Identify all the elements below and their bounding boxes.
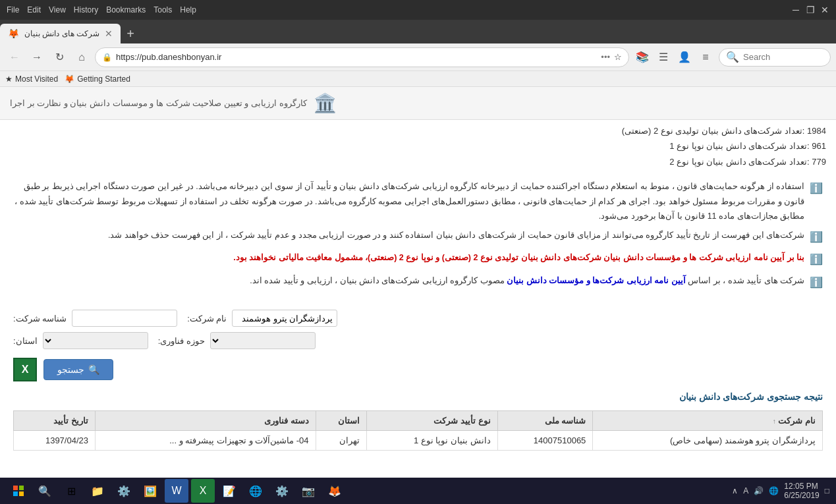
photos-icon[interactable]: 🖼️ — [138, 479, 162, 503]
close-button[interactable]: ✕ — [820, 5, 829, 14]
province-group: استان: — [13, 332, 148, 349]
info-icon-1: ℹ️ — [810, 179, 823, 198]
time: 12:05 PM — [784, 482, 819, 491]
minimize-button[interactable]: ─ — [791, 5, 800, 14]
search-button-icon: 🔍 — [88, 364, 99, 375]
company-name-input[interactable] — [232, 310, 337, 327]
secure-icon: 🔒 — [102, 53, 112, 62]
window-controls: ─ ❐ ✕ — [791, 5, 829, 14]
menu-bookmarks[interactable]: Bookmarks — [106, 5, 146, 14]
firefox-taskbar-icon[interactable]: 🦊 — [323, 479, 347, 503]
browser-toolbar: ← → ↻ ⌂ 🔒 https://pub.daneshbonyan.ir ••… — [0, 43, 836, 71]
search-input[interactable] — [743, 52, 822, 62]
url-text: https://pub.daneshbonyan.ir — [116, 52, 597, 62]
address-bar[interactable]: 🔒 https://pub.daneshbonyan.ir ••• ☆ — [95, 47, 629, 67]
taskbar: 🔍 ⊞ 📁 ⚙️ 🖼️ W X 📝 🌐 ⚙️ 📷 🦊 ∧ A 🔊 🌐 12:05… — [0, 478, 836, 504]
menu-edit[interactable]: Edit — [27, 5, 41, 14]
new-tab-button[interactable]: + — [121, 24, 140, 43]
col-tech-category: دسته فناوری — [96, 411, 316, 431]
home-button[interactable]: ⌂ — [72, 48, 91, 67]
keyboard-indicator: A — [743, 486, 748, 495]
photos-taskbar-icon[interactable]: 📷 — [296, 479, 320, 503]
search-button[interactable]: 🔍 جستجو — [43, 359, 113, 380]
library-icon[interactable]: 📚 — [633, 48, 652, 67]
tech-field-select[interactable] — [210, 332, 316, 349]
info-item-4: ℹ️ شرکت های تأیید شده ، بر اساس آیین نام… — [13, 273, 823, 293]
task-view-icon[interactable]: ⊞ — [59, 479, 83, 503]
stat-3-value: 779 — [812, 157, 826, 167]
sticky-notes-icon[interactable]: 📝 — [217, 479, 241, 503]
info-text-3: بنا بر آیین نامه ارزیابی شرکت ها و مؤسسا… — [13, 250, 804, 266]
sidebar-icon[interactable]: ☰ — [654, 48, 673, 67]
tab-close-button[interactable]: ✕ — [105, 28, 113, 39]
content-area: 🏛️ کارگروه ارزیابی و تعیین صلاحیت شرکت ه… — [0, 87, 836, 478]
stat-1: 1984 :تعداد شرکت‌های دانش بنیان تولیدی ن… — [10, 123, 826, 138]
menu-view[interactable]: View — [49, 5, 66, 14]
col-company-name: نام شرکت ↑ — [593, 411, 823, 431]
reload-button[interactable]: ↻ — [50, 48, 69, 67]
search-form: نام شرکت: شناسه شرکت: حوزه فناوری: — [0, 303, 836, 388]
info-item-1: ℹ️ استفاده از هرگونه حمایت‌های قانون ، م… — [13, 179, 823, 224]
volume-icon[interactable]: 🔊 — [754, 486, 764, 495]
win-logo-tl — [13, 486, 18, 490]
company-id-input[interactable] — [72, 310, 177, 327]
date: 6/25/2019 — [784, 491, 819, 500]
most-visited-bookmark[interactable]: ★ Most Visited — [5, 74, 58, 84]
title-bar: File Edit View History Bookmarks Tools H… — [0, 0, 836, 20]
stat-2: 961 :تعداد شرکت‌های دانش بنیان نوپا نوع … — [10, 138, 826, 154]
settings-icon[interactable]: ⚙️ — [112, 479, 136, 503]
system-tray-arrow[interactable]: ∧ — [732, 486, 738, 495]
bookmark-star-icon[interactable]: ☆ — [614, 52, 622, 62]
stat-1-label: :تعداد شرکت‌های دانش بنیان تولیدی نوع 2 … — [622, 126, 805, 136]
menu-help[interactable]: Help — [180, 5, 196, 14]
search-box[interactable]: 🔍 — [719, 48, 831, 67]
info-icon-4: ℹ️ — [810, 273, 823, 293]
page-actions-icon[interactable]: ••• — [601, 52, 610, 62]
company-name-group: نام شرکت: — [187, 310, 337, 327]
getting-started-bookmark[interactable]: 🦊 Getting Started — [65, 74, 130, 84]
cell-company-name: پردازشگران پترو هوشمند (سهامی خاص) — [593, 431, 823, 451]
search-icon: 🔍 — [726, 51, 739, 63]
network-icon[interactable]: 🌐 — [769, 486, 779, 495]
results-table: نام شرکت ↑ شناسه ملی نوع تأیید شرکت استا… — [13, 410, 823, 451]
browser-tab[interactable]: 🦊 شرکت های دانش بنیان ✕ — [0, 24, 121, 43]
forward-button[interactable]: → — [28, 48, 46, 67]
start-button[interactable] — [7, 479, 30, 503]
results-section: نتیجه جستجوی شرکت‌های دانش بنیان نام شرک… — [0, 388, 836, 464]
win-logo-br — [19, 491, 24, 496]
results-title: نتیجه جستجوی شرکت‌های دانش بنیان — [13, 388, 823, 405]
profile-icon[interactable]: 👤 — [675, 48, 694, 67]
menu-icon[interactable]: ≡ — [696, 48, 715, 67]
info-item-3: ℹ️ بنا بر آیین نامه ارزیابی شرکت ها و مؤ… — [13, 250, 823, 269]
back-button[interactable]: ← — [5, 48, 24, 67]
stat-2-value: 961 — [812, 141, 826, 151]
notification-icon[interactable]: □ — [825, 486, 829, 495]
firefox-bookmark-icon: 🦊 — [65, 74, 74, 84]
table-row: پردازشگران پترو هوشمند (سهامی خاص) 14007… — [14, 431, 823, 451]
stat-3: 779 :تعداد شرکت‌های دانش بنیان نوپا نوع … — [10, 154, 826, 169]
win-logo-bl — [13, 491, 18, 496]
excel-taskbar-icon[interactable]: X — [191, 479, 215, 503]
taskbar-settings-icon[interactable]: ⚙️ — [270, 479, 294, 503]
col-national-id: شناسه ملی — [497, 411, 593, 431]
site-logo-text: کارگروه ارزیابی و تعیین صلاحیت شرکت ها و… — [10, 98, 307, 108]
menu-tools[interactable]: Tools — [153, 5, 172, 14]
menu-history[interactable]: History — [74, 5, 98, 14]
file-explorer-icon[interactable]: 📁 — [86, 479, 109, 503]
stat-2-label: :تعداد شرکت‌های دانش بنیان نوپا نوع 1 — [669, 141, 810, 151]
search-taskbar-icon[interactable]: 🔍 — [33, 479, 57, 503]
toolbar-icons: 📚 ☰ 👤 ≡ — [633, 48, 715, 67]
stat-3-label: :تعداد شرکت‌های دانش بنیان نوپا نوع 2 — [669, 157, 810, 167]
cell-approval-date: 1397/04/23 — [14, 431, 96, 451]
company-id-group: شناسه شرکت: — [13, 310, 177, 327]
province-select[interactable] — [43, 332, 148, 349]
word-icon[interactable]: W — [165, 479, 188, 503]
maximize-button[interactable]: ❐ — [806, 5, 815, 14]
chrome-icon[interactable]: 🌐 — [244, 479, 267, 503]
menu-file[interactable]: File — [7, 5, 19, 14]
cell-province: تهران — [316, 431, 367, 451]
excel-export-button[interactable]: X — [13, 358, 37, 381]
info-icon-2: ℹ️ — [810, 228, 823, 247]
windows-logo — [13, 486, 24, 496]
clock[interactable]: 12:05 PM 6/25/2019 — [784, 482, 819, 500]
